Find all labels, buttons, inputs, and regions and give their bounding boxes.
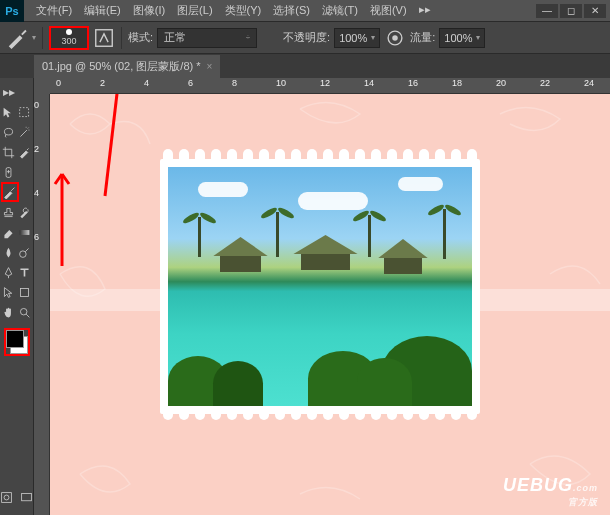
- menu-filter[interactable]: 滤镜(T): [316, 3, 364, 18]
- svg-point-2: [393, 35, 399, 41]
- ruler-tick: 20: [496, 78, 506, 88]
- marquee-tool[interactable]: [17, 102, 33, 122]
- svg-point-7: [20, 250, 27, 257]
- blend-mode-value: 正常: [164, 30, 186, 45]
- quickmask-icon[interactable]: [0, 487, 15, 507]
- close-button[interactable]: ✕: [584, 4, 606, 18]
- dropdown-arrow-icon[interactable]: ▾: [32, 33, 36, 42]
- foreground-color[interactable]: [6, 330, 24, 348]
- ruler-tick: 6: [34, 232, 39, 242]
- svg-rect-6: [20, 230, 30, 235]
- main-menu: 文件(F) 编辑(E) 图像(I) 图层(L) 类型(Y) 选择(S) 滤镜(T…: [24, 3, 536, 18]
- type-tool[interactable]: [17, 262, 33, 282]
- canvas[interactable]: UEBUG.com 官方版: [50, 94, 610, 515]
- opacity-label: 不透明度:: [283, 30, 330, 45]
- gradient-tool[interactable]: [17, 222, 33, 242]
- lace-border-bottom: [160, 410, 480, 424]
- menu-file[interactable]: 文件(F): [30, 3, 78, 18]
- collapse-icon[interactable]: ▸▸: [1, 82, 17, 102]
- app-logo: Ps: [0, 0, 24, 22]
- eraser-tool[interactable]: [1, 222, 17, 242]
- path-select-tool[interactable]: [1, 282, 17, 302]
- stamp-tool[interactable]: [1, 202, 17, 222]
- crop-tool[interactable]: [1, 142, 17, 162]
- svg-point-11: [4, 495, 9, 500]
- brush-tool[interactable]: [1, 182, 19, 202]
- flow-input[interactable]: 100% ▾: [439, 28, 485, 48]
- ruler-tick: 16: [408, 78, 418, 88]
- ruler-tick: 4: [144, 78, 149, 88]
- eyedropper-tool[interactable]: [17, 142, 33, 162]
- menu-select[interactable]: 选择(S): [267, 3, 316, 18]
- photo-frame: [160, 159, 480, 414]
- svg-rect-10: [2, 492, 12, 502]
- magic-wand-tool[interactable]: [17, 122, 33, 142]
- chevron-down-icon: ÷: [246, 33, 250, 42]
- document-title: 01.jpg @ 50% (02, 图层蒙版/8) *: [42, 59, 201, 74]
- dodge-tool[interactable]: [17, 242, 33, 262]
- document-tab[interactable]: 01.jpg @ 50% (02, 图层蒙版/8) * ×: [34, 55, 220, 78]
- ruler-tick: 8: [232, 78, 237, 88]
- menu-layer[interactable]: 图层(L): [171, 3, 218, 18]
- screenmode-icon[interactable]: [19, 487, 35, 507]
- blend-mode-dropdown[interactable]: 正常 ÷: [157, 28, 257, 48]
- watermark-suffix: .com: [573, 483, 598, 493]
- brush-tool-icon[interactable]: [6, 27, 28, 49]
- ruler-tick: 6: [188, 78, 193, 88]
- blur-tool[interactable]: [1, 242, 17, 262]
- lasso-tool[interactable]: [1, 122, 17, 142]
- window-controls: — ◻ ✕: [536, 4, 606, 18]
- hand-tool[interactable]: [1, 302, 17, 322]
- svg-rect-0: [96, 29, 113, 46]
- mode-label: 模式:: [128, 30, 153, 45]
- shape-tool[interactable]: [17, 282, 33, 302]
- flow-value: 100%: [444, 32, 472, 44]
- ruler-tick: 22: [540, 78, 550, 88]
- ruler-tick: 14: [364, 78, 374, 88]
- menu-type[interactable]: 类型(Y): [219, 3, 268, 18]
- svg-rect-3: [20, 107, 29, 116]
- opacity-value: 100%: [339, 32, 367, 44]
- tab-close-icon[interactable]: ×: [207, 61, 213, 72]
- zoom-tool[interactable]: [17, 302, 33, 322]
- svg-point-9: [20, 308, 27, 315]
- chevron-down-icon: ▾: [476, 33, 480, 42]
- pressure-opacity-icon[interactable]: [384, 27, 406, 49]
- vertical-ruler[interactable]: 0 2 4 6: [34, 94, 50, 515]
- maximize-button[interactable]: ◻: [560, 4, 582, 18]
- menu-overflow-icon[interactable]: ▸▸: [413, 3, 437, 18]
- canvas-area: 0 2 4 6 8 10 12 14 16 18 20 22 24 0 2 4 …: [34, 78, 610, 515]
- opacity-input[interactable]: 100% ▾: [334, 28, 380, 48]
- ruler-tick: 10: [276, 78, 286, 88]
- history-brush-tool[interactable]: [17, 202, 33, 222]
- pen-tool[interactable]: [1, 262, 17, 282]
- svg-rect-12: [22, 493, 32, 500]
- ruler-tick: 2: [100, 78, 105, 88]
- brush-panel-icon[interactable]: [93, 27, 115, 49]
- watermark: UEBUG.com 官方版: [503, 475, 598, 509]
- brush-size-value: 300: [61, 36, 76, 46]
- menu-edit[interactable]: 编辑(E): [78, 3, 127, 18]
- ruler-tick: 2: [34, 144, 39, 154]
- svg-point-4: [4, 128, 12, 135]
- workspace: ▸▸: [0, 78, 610, 515]
- healing-tool[interactable]: [1, 162, 17, 182]
- horizontal-ruler[interactable]: 0 2 4 6 8 10 12 14 16 18 20 22 24: [50, 78, 610, 94]
- watermark-brand: UEBUG: [503, 475, 573, 495]
- menu-bar: Ps 文件(F) 编辑(E) 图像(I) 图层(L) 类型(Y) 选择(S) 滤…: [0, 0, 610, 22]
- menu-view[interactable]: 视图(V): [364, 3, 413, 18]
- color-swatches[interactable]: [4, 328, 30, 356]
- flow-label: 流量:: [410, 30, 435, 45]
- ruler-tick: 24: [584, 78, 594, 88]
- minimize-button[interactable]: —: [536, 4, 558, 18]
- brush-preset-picker[interactable]: 300: [49, 26, 89, 50]
- chevron-down-icon: ▾: [371, 33, 375, 42]
- tools-panel: ▸▸: [0, 78, 34, 515]
- watermark-tag: 官方版: [503, 496, 598, 509]
- move-tool[interactable]: [1, 102, 17, 122]
- lace-border-top: [160, 149, 480, 163]
- menu-image[interactable]: 图像(I): [127, 3, 171, 18]
- options-bar: ▾ 300 模式: 正常 ÷ 不透明度: 100% ▾ 流量: 100% ▾: [0, 22, 610, 54]
- ruler-tick: 4: [34, 188, 39, 198]
- ruler-tick: 12: [320, 78, 330, 88]
